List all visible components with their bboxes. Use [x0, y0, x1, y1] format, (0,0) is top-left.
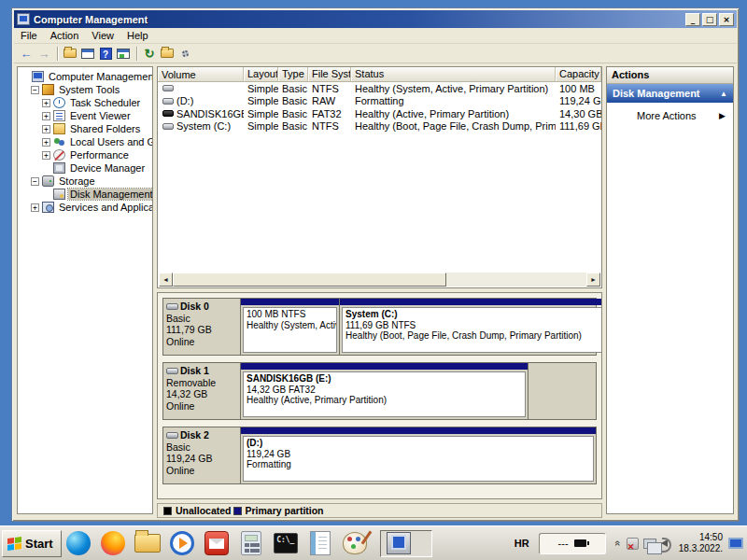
disk-2-row: Disk 2 Basic 119,24 GB Online (D:) 119,2…: [162, 427, 597, 484]
toolbar-separator: [136, 47, 137, 61]
maximize-button[interactable]: □: [702, 13, 717, 26]
calculator-icon: [241, 531, 261, 555]
menu-view[interactable]: View: [85, 28, 120, 43]
expand-box[interactable]: +: [42, 112, 50, 120]
forward-icon[interactable]: →: [35, 46, 52, 62]
collapse-box[interactable]: −: [31, 86, 39, 94]
tree-item-task-scheduler[interactable]: + Task Scheduler: [18, 96, 152, 109]
title-bar[interactable]: Computer Management _ □ ×: [14, 10, 737, 28]
column-file-system[interactable]: File System: [308, 67, 351, 81]
menu-help[interactable]: Help: [120, 28, 155, 43]
partition-system-c[interactable]: System (C:) 111,69 GB NTFS Healthy (Boot…: [340, 299, 602, 355]
more-actions[interactable]: More Actions ▶: [607, 103, 733, 121]
table-row[interactable]: (D:) Simple Basic RAW Formatting 119,24 …: [158, 95, 601, 108]
partition-system-reserved[interactable]: 100 MB NTFS Healthy (System, Active, I: [241, 299, 340, 355]
toolbar-separator: [57, 47, 58, 61]
legend-bar: Unallocated Primary partition: [157, 503, 602, 518]
column-capacity[interactable]: Capacity: [556, 67, 601, 81]
primary-partition-swatch: [233, 507, 242, 515]
expand-box[interactable]: +: [31, 203, 39, 212]
show-hidden-icons-chevron[interactable]: «: [613, 540, 624, 546]
scroll-right-icon[interactable]: ►: [586, 273, 600, 287]
removable-disk-icon: [166, 368, 178, 374]
disk-0-row: Disk 0 Basic 111,79 GB Online 100 MB NTF…: [162, 298, 597, 356]
disk-management-icon: [53, 189, 65, 200]
expand-box[interactable]: +: [42, 99, 50, 107]
display-tray-icon[interactable]: [728, 538, 743, 549]
column-type[interactable]: Type: [278, 67, 308, 81]
network-tray-icon[interactable]: [643, 539, 656, 549]
scrollbar-thumb[interactable]: [173, 273, 446, 287]
export-list-icon[interactable]: [159, 46, 176, 62]
shared-folders-icon: [53, 123, 65, 134]
firefox-launcher[interactable]: [96, 529, 131, 558]
paint-launcher[interactable]: [338, 529, 373, 558]
expand-box[interactable]: +: [42, 138, 50, 147]
partition-sandisk-e[interactable]: SANDISK16GB (E:) 14,32 GB FAT32 Healthy …: [241, 363, 529, 419]
manage-icon[interactable]: [176, 46, 193, 62]
file-explorer-launcher[interactable]: [131, 529, 165, 558]
disk-1-label[interactable]: Disk 1 Removable 14,32 GB Online: [163, 363, 241, 419]
volume-tray-icon[interactable]: [661, 539, 670, 547]
minimize-button[interactable]: _: [685, 13, 700, 26]
notepad-launcher[interactable]: [303, 529, 338, 558]
center-pane: Volume Layout Type File System Status Ca…: [157, 66, 602, 514]
scroll-left-icon[interactable]: ◄: [159, 273, 173, 287]
volume-icon: [162, 123, 174, 130]
menu-file[interactable]: File: [14, 28, 44, 43]
tree-item-device-manager[interactable]: Device Manager: [18, 161, 152, 175]
show-actions-pane-icon[interactable]: [115, 46, 132, 62]
tree-item-system-tools[interactable]: − System Tools: [18, 83, 152, 96]
table-row[interactable]: Simple Basic NTFS Healthy (System, Activ…: [158, 82, 601, 95]
disk-2-label[interactable]: Disk 2 Basic 119,24 GB Online: [163, 427, 241, 483]
column-volume[interactable]: Volume: [158, 67, 244, 81]
volume-list: Volume Layout Type File System Status Ca…: [157, 66, 602, 288]
menu-action[interactable]: Action: [44, 28, 86, 43]
taskbar-clock[interactable]: 14:50 18.3.2022.: [679, 532, 723, 554]
start-button[interactable]: Start: [2, 530, 62, 557]
unallocated-swatch: [163, 507, 172, 515]
edge-launcher[interactable]: [62, 529, 96, 558]
expand-box[interactable]: +: [42, 125, 50, 133]
mail-launcher[interactable]: [200, 529, 234, 558]
tree-item-services-applications[interactable]: + Services and Applications: [18, 201, 152, 214]
language-indicator[interactable]: HR: [514, 538, 529, 549]
table-row[interactable]: System (C:) Simple Basic NTFS Healthy (B…: [158, 120, 601, 133]
tree-item-local-users[interactable]: + Local Users and Groups: [18, 135, 152, 148]
up-level-icon[interactable]: [62, 46, 78, 62]
help-icon[interactable]: ?: [97, 46, 114, 62]
tree-item-shared-folders[interactable]: + Shared Folders: [18, 122, 152, 135]
computer-management-window: Computer Management _ □ × File Action Vi…: [11, 7, 740, 522]
battery-meter[interactable]: ---: [539, 533, 606, 554]
horizontal-scrollbar[interactable]: ◄ ►: [159, 273, 600, 287]
console-tree: Computer Management (Local) − System Too…: [17, 66, 153, 514]
tree-item-disk-management[interactable]: Disk Management: [18, 188, 152, 201]
column-status[interactable]: Status: [351, 67, 556, 81]
command-prompt-launcher[interactable]: C:\_: [269, 529, 303, 558]
tree-item-event-viewer[interactable]: + Event Viewer: [18, 109, 152, 122]
refresh-icon[interactable]: ↻: [141, 46, 158, 62]
tree-item-storage[interactable]: − Storage: [18, 175, 152, 188]
collapse-chevron-icon[interactable]: ▲: [720, 90, 727, 98]
media-player-launcher[interactable]: [165, 529, 200, 558]
tree-item-performance[interactable]: + Performance: [18, 148, 152, 161]
volume-list-header: Volume Layout Type File System Status Ca…: [158, 67, 601, 82]
submenu-arrow-icon: ▶: [719, 111, 726, 120]
antivirus-tray-icon[interactable]: [627, 538, 639, 550]
expand-box[interactable]: +: [42, 151, 50, 160]
tree-item-computer-management[interactable]: Computer Management (Local): [18, 70, 152, 83]
disk-2-partitions: (D:) 119,24 GB Formatting: [241, 427, 596, 483]
legend-unallocated: Unallocated: [176, 505, 232, 516]
disk-0-label[interactable]: Disk 0 Basic 111,79 GB Online: [163, 299, 241, 355]
gear-icon: [182, 50, 189, 57]
table-row[interactable]: SANDISK16GB (E:) Simple Basic FAT32 Heal…: [158, 107, 601, 120]
collapse-box[interactable]: −: [31, 177, 39, 186]
computer-management-task-button[interactable]: [380, 530, 432, 557]
column-layout[interactable]: Layout: [244, 67, 278, 81]
partition-d[interactable]: (D:) 119,24 GB Formatting: [241, 427, 596, 483]
show-console-tree-icon[interactable]: [79, 46, 96, 62]
close-button[interactable]: ×: [719, 13, 734, 26]
back-icon[interactable]: ←: [18, 46, 35, 62]
calculator-launcher[interactable]: [234, 529, 269, 558]
actions-disk-management-section[interactable]: Disk Management ▲: [607, 84, 733, 103]
